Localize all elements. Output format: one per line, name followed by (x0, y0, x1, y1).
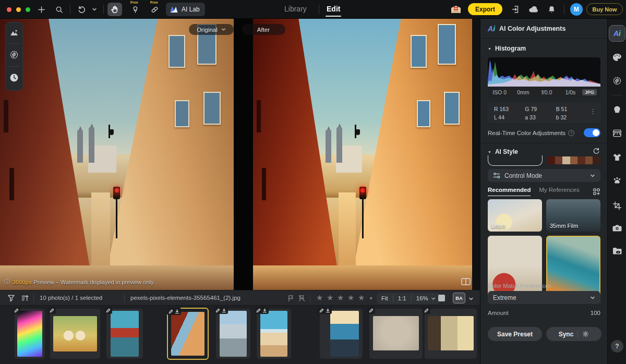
filename-label: pexels-pixels-elements-35565461_(2).jpg (130, 295, 240, 301)
add-photos-button[interactable] (34, 3, 48, 16)
ai-style-section-header[interactable]: ▼ AI Style (488, 148, 518, 155)
sidebar-item-pets[interactable] (612, 176, 621, 185)
fit-button[interactable]: Fit (377, 295, 393, 301)
sync-button[interactable]: Sync (546, 327, 601, 341)
sidebar-item-scene[interactable] (612, 129, 621, 138)
thumbnail[interactable] (216, 309, 250, 359)
star-rating-1[interactable]: ★ (316, 293, 323, 302)
thumbnail[interactable] (425, 309, 477, 359)
help-tooltip-icon[interactable]: ? (568, 130, 574, 136)
cloud-sync-button[interactable] (526, 3, 540, 16)
undo-history-chevron[interactable] (90, 3, 99, 16)
style-strip-row[interactable] (488, 155, 600, 167)
account-avatar[interactable]: M (570, 3, 583, 16)
unflag-button[interactable] (298, 295, 305, 302)
close-window-button[interactable] (7, 7, 11, 12)
thumbnail[interactable] (50, 309, 100, 359)
single-view-button[interactable] (438, 295, 445, 301)
whats-new-button[interactable] (449, 3, 463, 16)
flag-icon (287, 295, 294, 302)
clock-icon (9, 73, 19, 82)
color-label-button[interactable]: ● (369, 295, 373, 301)
sidebar-item-portrait[interactable] (612, 105, 621, 114)
thumbnail[interactable] (369, 309, 423, 359)
star-rating-2[interactable]: ★ (327, 293, 333, 302)
thumbnail[interactable] (320, 309, 363, 359)
tab-edit[interactable]: Edit (327, 5, 340, 13)
tab-my-references[interactable]: My References (539, 187, 579, 196)
star-rating-5[interactable]: ★ (358, 293, 365, 302)
divider (577, 330, 578, 338)
zoom-level-dropdown[interactable]: 16% (412, 295, 440, 301)
preset-35mm-film[interactable]: 35mm Film (546, 199, 600, 232)
sidebar-item-library-folder[interactable] (612, 247, 622, 255)
notifications-button[interactable] (545, 3, 558, 16)
erase-tool-button[interactable] (128, 3, 142, 16)
sync-settings-gear-icon[interactable] (582, 331, 589, 337)
undo-button[interactable] (75, 3, 89, 16)
chevron-down-icon (590, 295, 595, 300)
original-view-dropdown[interactable]: Original (189, 24, 234, 35)
buy-now-button[interactable]: Buy Now (586, 3, 623, 15)
thumbnail[interactable] (106, 309, 143, 359)
adjustments-panel: Ai AI Color Adjustments ▼ Histogram ISO … (480, 19, 607, 364)
edited-icon (215, 308, 220, 313)
sidebar-item-color[interactable] (612, 53, 622, 62)
ai-enhance-tool-button[interactable] (9, 29, 19, 37)
texture-tool-button[interactable] (9, 50, 19, 59)
bandaid-icon (151, 6, 159, 14)
focal-length-value: 0mm (511, 89, 535, 95)
sidebar-item-clothing[interactable] (612, 153, 621, 162)
help-button[interactable]: ? (611, 340, 623, 353)
one-to-one-button[interactable]: 1:1 (393, 295, 411, 301)
selected-thumbnail[interactable] (167, 308, 209, 360)
reset-style-button[interactable] (593, 147, 600, 154)
filter-button[interactable] (7, 294, 15, 302)
minimize-window-button[interactable] (16, 7, 21, 12)
compare-divider[interactable] (234, 19, 253, 290)
hand-tool-button[interactable] (107, 3, 122, 16)
preset-lotus[interactable]: Lotus (488, 199, 542, 232)
histogram (488, 57, 600, 87)
history-tool-button[interactable] (9, 73, 19, 84)
amount-row[interactable]: Amount 100 (488, 310, 600, 316)
tab-library[interactable]: Library (284, 5, 307, 13)
blue-value: B 51 (556, 106, 587, 112)
sidebar-item-texture[interactable] (612, 76, 622, 86)
before-after-button[interactable]: BA (453, 293, 465, 304)
more-options-icon[interactable]: ⋮ (589, 107, 596, 115)
color-values-box: R 163 G 79 B 51 L 44 a 33 b 32 ⋮ (488, 102, 600, 123)
exported-icon (326, 308, 330, 313)
search-button[interactable] (52, 3, 66, 16)
view-options-chevron[interactable] (468, 296, 474, 301)
healing-tool-button[interactable] (148, 3, 161, 16)
undo-icon (78, 5, 86, 14)
ai-lab-button[interactable]: AI Lab (166, 3, 205, 16)
histogram-section-header[interactable]: ▼ Histogram (488, 45, 526, 52)
flag-button[interactable] (287, 295, 294, 302)
photo-canvas[interactable]: Original After ⓘ 3000px Preview – Waterm… (0, 19, 480, 290)
star-rating-3[interactable]: ★ (337, 293, 344, 302)
sliders-icon (493, 172, 500, 179)
sort-icon (21, 294, 29, 302)
tools-sidebar: Ai ? (607, 19, 626, 364)
sidebar-item-crop[interactable] (612, 201, 621, 210)
thumbnail[interactable] (257, 309, 291, 359)
save-preset-button[interactable]: Save Preset (488, 327, 542, 341)
zoom-window-button[interactable] (26, 7, 30, 12)
export-button[interactable]: Export (468, 3, 502, 15)
star-rating-4[interactable]: ★ (347, 293, 354, 302)
color-match-dropdown[interactable]: Extreme (488, 291, 600, 304)
share-button[interactable] (509, 3, 523, 16)
sort-button[interactable] (21, 294, 29, 302)
sidebar-item-camera[interactable] (612, 224, 622, 232)
add-reference-button[interactable] (593, 188, 600, 196)
sidebar-item-ai-color[interactable]: Ai (609, 25, 625, 42)
preview-watermark-note: ⓘ 3000px Preview – Watermark displayed i… (4, 278, 155, 286)
control-mode-dropdown[interactable]: Control Mode (488, 169, 600, 182)
realtime-toggle[interactable] (584, 128, 600, 137)
divider (9, 66, 19, 67)
tab-recommended[interactable]: Recommended (488, 187, 531, 196)
thumbnail[interactable] (15, 309, 45, 359)
split-view-button[interactable] (461, 277, 471, 286)
